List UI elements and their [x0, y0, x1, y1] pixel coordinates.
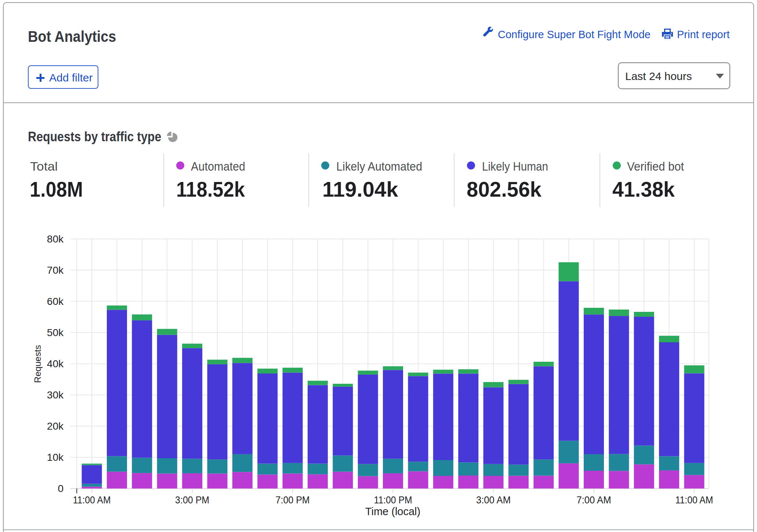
svg-text:3:00 PM: 3:00 PM: [175, 494, 209, 506]
svg-text:11:00 AM: 11:00 AM: [675, 494, 713, 506]
svg-text:10k: 10k: [47, 452, 64, 463]
svg-text:7:00 PM: 7:00 PM: [276, 494, 310, 506]
svg-text:11:00 AM: 11:00 AM: [73, 494, 111, 506]
svg-text:40k: 40k: [47, 358, 64, 369]
svg-text:30k: 30k: [47, 389, 64, 401]
svg-text:60k: 60k: [47, 296, 64, 307]
svg-text:70k: 70k: [47, 265, 64, 276]
svg-text:20k: 20k: [47, 420, 64, 432]
svg-text:Time (local): Time (local): [365, 506, 420, 517]
svg-text:80k: 80k: [47, 233, 64, 245]
svg-text:Requests: Requests: [33, 345, 43, 383]
svg-text:11:00 PM: 11:00 PM: [374, 494, 412, 506]
svg-text:0: 0: [58, 483, 64, 494]
svg-text:7:00 AM: 7:00 AM: [577, 494, 611, 506]
svg-text:3:00 AM: 3:00 AM: [476, 494, 511, 506]
svg-text:50k: 50k: [47, 327, 64, 338]
